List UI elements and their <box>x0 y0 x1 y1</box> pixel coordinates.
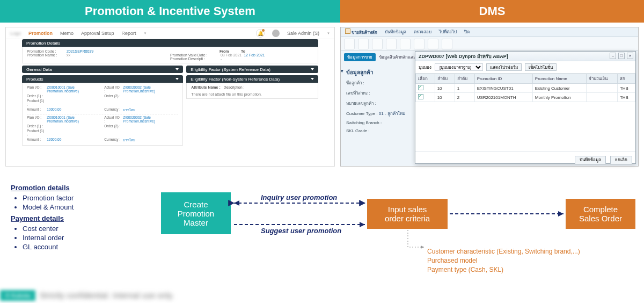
popup-layout-select[interactable]: [มุมมองมาตรฐาน] <box>435 63 483 71</box>
doc-icon <box>345 28 350 34</box>
toolbar-btn[interactable] <box>414 39 425 49</box>
app-nav: Logo Promotion Memo Approval Setup Repor… <box>6 27 334 39</box>
svg-marker-5 <box>360 222 365 227</box>
products-body: Plan I/O :ZI00010001 (Sale Promotion,Inc… <box>22 83 183 146</box>
screenshot-dms: ขายสินค้าหลัก บันทึกข้อมูล ตรวจสอบ ไปที่… <box>340 27 639 167</box>
popup-expand-button[interactable]: แสดงโปรฟอร์ม <box>486 63 522 71</box>
toolbar-btn[interactable] <box>358 39 369 49</box>
breadcrumb-sales-info[interactable]: ข้อมูลการขาย <box>344 53 376 61</box>
val-promo-name: xx <box>67 53 70 57</box>
bell-icon[interactable]: 🔔 <box>256 29 265 38</box>
popup-checkpromo-button[interactable]: เช็คโปรโมชั่น <box>525 63 557 71</box>
header-left-text: Promotion & Incentive System <box>85 4 255 18</box>
elig-empty: There are not attach file on this promot… <box>191 92 313 96</box>
tab-report[interactable]: Report <box>122 31 136 36</box>
menu-sell-main[interactable]: ขายสินค้าหลัก <box>352 30 377 35</box>
footer-tag: © Kubota <box>0 290 35 301</box>
menu-check[interactable]: ตรวจสอบ <box>414 28 431 35</box>
lbl-to: To <box>241 49 261 53</box>
dms-toolbar <box>341 37 638 51</box>
label-inquiry: Inquiry user promotion <box>261 193 337 201</box>
toolbar-btn[interactable] <box>386 39 397 49</box>
section-promotion-details: Promotion Details <box>22 39 318 47</box>
popup-cancel-button[interactable]: ยกเลิก <box>610 156 632 164</box>
popup-close-icon[interactable]: × <box>627 53 633 59</box>
lbl-attr: Attribute Name : <box>191 85 220 89</box>
footer: © Kubota Strictly confidential. Internal… <box>0 288 644 303</box>
popup-save-button[interactable]: บันทึกข้อมูล <box>575 156 606 164</box>
lbl-from: From <box>219 49 240 53</box>
user-name: Sale Admin (S) <box>287 31 319 36</box>
val-from: 08 Feb 2021 <box>221 53 241 57</box>
section-elig-non[interactable]: Eligibility Factor (Non-System Reference… <box>186 75 318 83</box>
toolbar-btn[interactable] <box>428 39 438 49</box>
svg-marker-7 <box>558 211 564 217</box>
screenshot-promotion-app: Logo Promotion Memo Approval Setup Repor… <box>5 27 335 167</box>
popup-max-icon[interactable]: □ <box>618 53 625 59</box>
header-dms: DMS <box>340 0 644 23</box>
footer-confidential: Strictly confidential. Internal use only… <box>40 291 174 300</box>
toolbar-btn[interactable] <box>442 39 452 49</box>
note-criteria: Customer characteristic (Existing, Switc… <box>427 247 631 274</box>
tab-promotion[interactable]: Promotion <box>28 31 53 36</box>
dms-menubar: ขายสินค้าหลัก บันทึกข้อมูล ตรวจสอบ ไปที่… <box>341 27 638 37</box>
header-right-text: DMS <box>479 4 506 18</box>
lbl-desc2: Description : <box>224 85 245 89</box>
lbl-promo-name: Promotion Name : <box>27 53 65 57</box>
menu-close[interactable]: ปิด <box>464 28 470 35</box>
elig-non-body: Attribute Name : Description : There are… <box>186 83 318 99</box>
toolbar-btn[interactable] <box>400 39 411 49</box>
lbl-promo-code: Promotion Code : <box>27 49 65 53</box>
menu-save[interactable]: บันทึกข้อมูล <box>385 28 406 35</box>
toolbar-btn[interactable] <box>372 39 383 49</box>
note-line-2: Purchased model <box>427 256 631 265</box>
popup-title: ZDPWD007 [Web Dynpro สำหรับ ABAP] <box>419 54 508 59</box>
menu-next[interactable]: ไปที่ต่อไป <box>439 28 457 35</box>
avatar[interactable] <box>272 30 280 37</box>
header-promotion-system: Promotion & Incentive System <box>0 0 340 23</box>
section-elig-sys[interactable]: Eligibility Factor (System Reference Dat… <box>186 66 318 73</box>
label-suggest: Suggest user promotion <box>261 227 341 235</box>
promotion-details-box: Promotion Code : 2021SEPR0039 Promotion … <box>22 47 318 63</box>
svg-marker-3 <box>234 200 239 206</box>
svg-marker-8 <box>421 246 424 249</box>
toolbar-btn[interactable] <box>344 39 355 49</box>
note-line-1: Customer characteristic (Existing, Switc… <box>427 247 631 256</box>
popup-layout-label: มุมมอง <box>419 64 431 71</box>
note-line-3: Payment type (Cash, SKL) <box>427 265 631 275</box>
lbl-desc: Promotion Descripti : <box>170 57 219 61</box>
dms-popup: ZDPWD007 [Web Dynpro สำหรับ ABAP] –□× มุ… <box>415 51 636 164</box>
flow-diagram: Promotion details Promotion factor Model… <box>0 176 644 303</box>
popup-table: เลือกลำดับลำดับPromotion IDPromotion Nam… <box>415 74 635 102</box>
popup-min-icon[interactable]: – <box>610 53 616 59</box>
section-products[interactable]: Products <box>22 75 183 83</box>
val-desc: - <box>221 57 222 61</box>
val-promo-code: 2021SEPR0039 <box>67 49 93 53</box>
app-logo: Logo <box>10 31 21 36</box>
section-general-data[interactable]: General Data <box>22 66 183 73</box>
tab-approval-setup[interactable]: Approval Setup <box>81 31 114 36</box>
tab-memo[interactable]: Memo <box>60 31 74 36</box>
popup-title-bar: ZDPWD007 [Web Dynpro สำหรับ ABAP] –□× <box>415 52 635 61</box>
lbl-valid-date: Promotion Valid Date : <box>170 53 219 57</box>
val-to: 12 Feb 2021 <box>244 53 265 57</box>
